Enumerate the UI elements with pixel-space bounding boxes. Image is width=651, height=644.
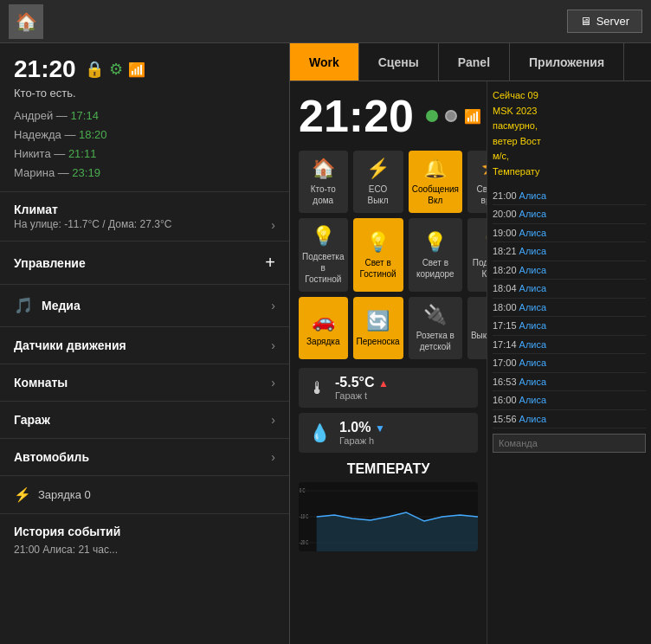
time-indicators: 📶 <box>426 108 481 125</box>
wifi-icon: 📶 <box>128 61 145 78</box>
climate-title: Климат <box>14 203 275 216</box>
car-arrow: › <box>271 450 275 464</box>
charging-icon: ⚡ <box>14 486 31 503</box>
bell-icon: 🔔 <box>423 158 447 180</box>
nav-garage[interactable]: Гараж › <box>0 402 289 439</box>
server-label: Server <box>596 15 629 28</box>
btn-transfer[interactable]: 🔄 Переноска <box>353 297 403 359</box>
indicator-gray <box>445 110 457 122</box>
sensor-temp-info: -5.5°C ▲ Гараж t <box>335 375 389 401</box>
hum-value: 1.0% <box>339 420 371 435</box>
tabs-row: Work Сцены Panel Приложения <box>290 43 651 81</box>
nav-car[interactable]: Автомобиль › <box>0 439 289 476</box>
monitor-icon: 🖥 <box>580 15 591 28</box>
charging-section: ⚡ Зарядка 0 <box>0 476 289 514</box>
right-panel: Work Сцены Panel Приложения 21:20 <box>290 43 651 644</box>
time-row: 21:20 🔒 ⚙ 📶 <box>14 55 275 83</box>
btn-off-all[interactable]: ⏹ Выключитьвсё <box>467 297 487 359</box>
hum-arrow-icon: ▼ <box>375 422 385 435</box>
chart-area: 0 C -10 C -20 C <box>299 482 478 551</box>
content-area: 21:20 📶 🏠 Кто-тодома ⚡ ЕСОВ <box>290 81 651 644</box>
music-icon: 🎵 <box>14 296 33 315</box>
transfer-icon: 🔄 <box>366 310 390 332</box>
garage-arrow: › <box>271 413 275 427</box>
btn-messages[interactable]: 🔔 СообщенияВкл <box>409 151 462 213</box>
btn-backlight-living[interactable]: 💡 Подсветкав Гостиной <box>299 218 348 292</box>
nav-rooms[interactable]: Комнаты › <box>0 364 289 402</box>
server-button[interactable]: 🖥 Server <box>567 10 642 33</box>
weather-info: Сейчас 09 MSK 2023 пасмурно, ветер Вост … <box>493 88 646 180</box>
sensor-hum-info: 1.0% ▼ Гараж h <box>339 420 385 446</box>
svg-marker-7 <box>317 512 478 551</box>
event-log: 21:00 Алиса 20:00 Алиса 19:00 Алиса 18:2… <box>493 187 646 429</box>
big-time-row: 21:20 📶 <box>299 90 478 142</box>
indicator-wifi: 📶 <box>464 108 481 125</box>
history-title: История событий <box>14 525 275 538</box>
car-icon: 🚗 <box>312 310 335 332</box>
left-time: 21:20 <box>14 55 76 83</box>
btn-light-corridor[interactable]: 💡 Свет вкоридоре <box>409 218 462 292</box>
home-tile-icon: 🏠 <box>312 158 335 180</box>
sensor-temp-garage: 🌡 -5.5°C ▲ Гараж t <box>299 368 478 408</box>
event-item: 16:53 Алиса <box>493 373 646 392</box>
event-item: 18:20 Алиса <box>493 261 646 280</box>
buttons-grid: 🏠 Кто-тодома ⚡ ЕСОВыкл 🔔 СообщенияВкл ☀️… <box>299 151 478 359</box>
event-item: 21:00 Алиса <box>493 187 646 206</box>
history-section: История событий 21:00 Алиса: 21 час... <box>0 514 289 566</box>
nav-management[interactable]: Управление + <box>0 242 289 285</box>
nav-section: Управление + 🎵 Медиа › Датчики движения … <box>0 242 289 476</box>
event-item: 20:00 Алиса <box>493 205 646 224</box>
sensor-cards: 🌡 -5.5°C ▲ Гараж t 💧 <box>299 368 478 453</box>
svg-text:0 C: 0 C <box>300 486 306 493</box>
home-icon[interactable]: 🏠 <box>9 4 43 39</box>
tab-work[interactable]: Work <box>290 43 359 80</box>
btn-socket-children[interactable]: 🔌 Розетка вдетской <box>409 297 462 359</box>
status-section: 21:20 🔒 ⚙ 📶 Кто-то есть. Андрей — 17:14 … <box>0 43 289 192</box>
command-input[interactable] <box>493 434 646 453</box>
status-icons: 🔒 ⚙ 📶 <box>85 60 145 79</box>
event-item: 15:56 Алиса <box>493 410 646 429</box>
event-item: 19:00 Алиса <box>493 224 646 243</box>
btn-home[interactable]: 🏠 Кто-тодома <box>299 151 348 213</box>
tab-panel[interactable]: Panel <box>439 43 510 80</box>
right-sidebar: Сейчас 09 MSK 2023 пасмурно, ветер Вост … <box>487 81 651 644</box>
event-item: 16:00 Алиса <box>493 391 646 410</box>
climate-arrow: › <box>271 218 275 232</box>
nav-plus-icon: + <box>265 253 275 273</box>
temp-value: -5.5°C <box>335 375 375 390</box>
charging-text: Зарядка 0 <box>38 488 91 501</box>
btn-eco[interactable]: ⚡ ЕСОВыкл <box>353 151 403 213</box>
bulb-dim-icon: 💡 <box>312 225 335 248</box>
btn-backlight-kitchen[interactable]: 💡 ПодсветкаКухня <box>467 218 487 292</box>
tab-scenes[interactable]: Сцены <box>359 43 439 80</box>
climate-detail: На улице: -11.7°C / Дома: 27.3°C › <box>14 218 275 230</box>
bulb-corridor-icon: 💡 <box>423 231 447 254</box>
people-list: Андрей — 17:14 Надежда — 18:20 Никита — … <box>14 106 275 183</box>
temp-label: Гараж t <box>335 390 389 401</box>
gear-icon: ⚙ <box>109 60 123 79</box>
climate-section[interactable]: Климат На улице: -11.7°C / Дома: 27.3°C … <box>0 192 289 242</box>
history-item: 21:00 Алиса: 21 час... <box>14 544 275 556</box>
top-bar: 🏠 🖥 Server <box>0 0 651 43</box>
event-item: 18:04 Алиса <box>493 280 646 299</box>
btn-light-time[interactable]: ☀️ Светлоевремя <box>467 151 487 213</box>
tab-apps[interactable]: Приложения <box>510 43 624 80</box>
indicator-green <box>426 110 438 122</box>
btn-light-living[interactable]: 💡 Свет вГостиной <box>353 218 403 292</box>
event-item: 18:21 Алиса <box>493 242 646 261</box>
person-marina: Марина — 23:19 <box>14 164 275 183</box>
nav-motion[interactable]: Датчики движения › <box>0 327 289 364</box>
hum-label: Гараж h <box>339 435 385 446</box>
temp-section-title: ТЕМПЕРАТУ <box>299 461 478 477</box>
event-item: 17:15 Алиса <box>493 317 646 336</box>
media-arrow: › <box>271 299 275 312</box>
event-item: 17:00 Алиса <box>493 354 646 373</box>
nav-media[interactable]: 🎵 Медиа › <box>0 285 289 327</box>
person-nadezhda: Надежда — 18:20 <box>14 126 275 145</box>
drop-icon: 💧 <box>309 422 331 443</box>
temp-arrow-icon: ▲ <box>378 377 389 390</box>
main-time: 21:20 <box>299 90 414 142</box>
btn-charging[interactable]: 🚗 Зарядка <box>299 297 348 359</box>
event-item: 17:14 Алиса <box>493 336 646 355</box>
presence-text: Кто-то есть. <box>14 87 275 100</box>
